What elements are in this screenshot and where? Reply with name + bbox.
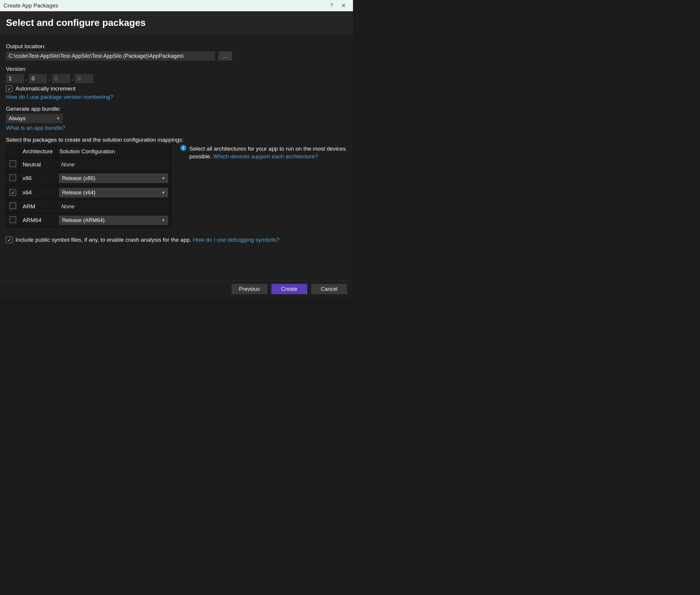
cancel-button[interactable]: Cancel: [311, 284, 347, 294]
header-check: [6, 146, 19, 158]
info-panel: i Select all architectures for your app …: [180, 145, 347, 160]
version-section: Version: . . . Automatically increment H…: [6, 66, 347, 100]
chevron-down-icon: ▼: [162, 191, 165, 195]
table-row: ARMNone: [6, 200, 171, 213]
arch-checkbox-arm[interactable]: [9, 202, 16, 209]
table-row: x64Release (x64)▼: [6, 186, 171, 199]
arch-checkbox-x64[interactable]: [9, 189, 16, 196]
bundle-section: Generate app bundle: Always ▼ What is an…: [6, 106, 347, 131]
config-dropdown-x86[interactable]: Release (x86)▼: [59, 174, 168, 183]
config-value: None: [59, 203, 75, 209]
bundle-help-link[interactable]: What is an app bundle?: [6, 125, 65, 131]
arch-checkbox-x86[interactable]: [9, 174, 16, 181]
config-dropdown-arm64[interactable]: Release (ARM64)▼: [59, 216, 168, 225]
arch-label: ARM64: [20, 214, 56, 227]
dot-separator: .: [72, 75, 73, 82]
bundle-value: Always: [9, 115, 26, 122]
version-rev-input[interactable]: [75, 74, 93, 83]
config-value: None: [59, 161, 75, 168]
symbols-help-link[interactable]: How do I use debugging symbols?: [193, 237, 279, 243]
output-label: Output location:: [6, 43, 347, 50]
chevron-down-icon: ▼: [162, 176, 165, 180]
output-section: Output location: ...: [6, 43, 347, 60]
info-icon: i: [180, 145, 186, 151]
arch-label: x64: [20, 186, 56, 199]
output-input[interactable]: [6, 52, 215, 60]
header-solution-config: Solution Configuration: [56, 146, 171, 158]
dot-separator: .: [26, 75, 27, 82]
arch-label: Neutral: [20, 158, 56, 171]
version-major-input[interactable]: [6, 74, 24, 83]
browse-button[interactable]: ...: [218, 52, 232, 60]
version-build-input[interactable]: [52, 74, 70, 83]
titlebar: Create App Packages ? ✕: [0, 0, 353, 11]
config-value: Release (x86): [62, 175, 95, 181]
packages-label: Select the packages to create and the so…: [6, 137, 347, 143]
symbols-checkbox[interactable]: [6, 237, 12, 243]
content-area: Output location: ... Version: . . . Auto…: [0, 34, 353, 280]
symbols-section: Include public symbol files, if any, to …: [6, 237, 347, 243]
arch-checkbox-arm64[interactable]: [9, 217, 16, 223]
config-value: Release (ARM64): [62, 217, 105, 224]
auto-increment-checkbox[interactable]: [6, 85, 12, 92]
arch-label: x86: [20, 171, 56, 185]
close-button[interactable]: ✕: [338, 2, 349, 9]
window-title: Create App Packages: [4, 2, 326, 9]
table-row: ARM64Release (ARM64)▼: [6, 214, 171, 227]
bundle-label: Generate app bundle:: [6, 106, 347, 112]
header-architecture: Architecture: [20, 146, 56, 158]
version-help-link[interactable]: How do I use package version numbering?: [6, 94, 113, 100]
arch-checkbox-neutral[interactable]: [9, 161, 16, 167]
config-value: Release (x64): [62, 190, 95, 196]
version-label: Version:: [6, 66, 347, 72]
packages-section: Select the packages to create and the so…: [6, 137, 347, 228]
table-row: NeutralNone: [6, 158, 171, 171]
dot-separator: .: [49, 75, 50, 82]
arch-help-link[interactable]: Which devices support each architecture?: [213, 153, 318, 160]
chevron-down-icon: ▼: [162, 218, 165, 222]
previous-button[interactable]: Previous: [232, 284, 267, 294]
page-title: Select and configure packages: [0, 11, 353, 34]
arch-label: ARM: [20, 200, 56, 213]
chevron-down-icon: ▼: [56, 116, 60, 120]
packages-table: Architecture Solution Configuration Neut…: [6, 145, 171, 228]
config-dropdown-x64[interactable]: Release (x64)▼: [59, 188, 168, 197]
auto-increment-label: Automatically increment: [16, 85, 76, 92]
table-header-row: Architecture Solution Configuration: [6, 146, 171, 158]
create-button[interactable]: Create: [271, 284, 307, 294]
footer: Previous Create Cancel: [0, 280, 353, 298]
table-row: x86Release (x86)▼: [6, 171, 171, 185]
bundle-dropdown[interactable]: Always ▼: [6, 114, 62, 123]
help-button[interactable]: ?: [326, 2, 338, 9]
symbols-label: Include public symbol files, if any, to …: [16, 237, 193, 243]
version-minor-input[interactable]: [29, 74, 47, 83]
